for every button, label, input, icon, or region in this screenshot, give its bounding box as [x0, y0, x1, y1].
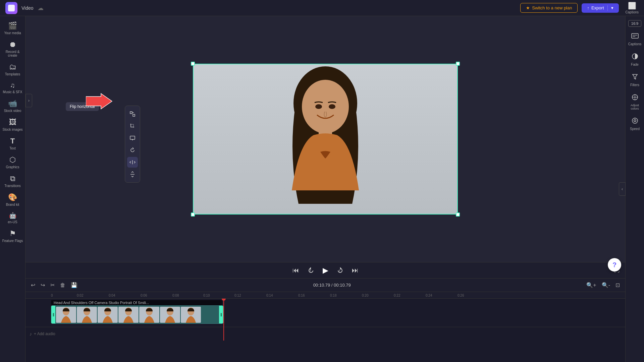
templates-icon: 🗂 [9, 63, 16, 71]
app-title: Video [21, 5, 34, 11]
speed-icon [631, 117, 639, 126]
add-audio-row[interactable]: ♪ + Add audio [25, 327, 625, 341]
right-captions-button[interactable]: Captions [626, 29, 644, 49]
video-preview [193, 64, 458, 215]
zoom-in-button[interactable]: 🔍+ [585, 281, 597, 290]
undo-button[interactable]: ↩ [30, 281, 37, 290]
adjust-colors-icon [631, 94, 639, 103]
sidebar-expand-button[interactable]: › [25, 94, 32, 107]
cut-button[interactable]: ✂ [49, 281, 56, 290]
right-filters-button[interactable]: Filters [626, 70, 644, 89]
captions-icon [631, 32, 639, 41]
fit-button[interactable]: ⊡ [614, 281, 621, 290]
app-logo [5, 2, 17, 14]
handle-bottom-right[interactable] [456, 213, 460, 217]
sidebar-item-brand-kit[interactable]: 🎨 Brand kit [0, 190, 25, 209]
right-adjust-colors-button[interactable]: Adjust colors [626, 91, 644, 113]
thumb-4 [118, 307, 139, 323]
sidebar-item-stock-images[interactable]: 🖼 Stock images [0, 115, 25, 134]
timeline-toolbar: ↩ ↪ ✂ 🗑 💾 00:10.79 / 00:10.79 🔍+ 🔍- ⊡ [25, 279, 625, 292]
main-layout: 🎬 Your media ⏺ Record &create 🗂 Template… [0, 16, 644, 362]
redo-button[interactable]: ↪ [39, 281, 46, 290]
sidebar-item-text[interactable]: T Text [0, 134, 25, 153]
delete-button[interactable]: 🗑 [59, 281, 67, 290]
filters-icon [631, 73, 639, 82]
upload-icon: ↑ [587, 5, 589, 10]
thumb-2 [77, 307, 97, 323]
help-button[interactable]: ? [608, 258, 621, 272]
sidebar-item-transitions[interactable]: ⧉ Transitions [0, 172, 25, 190]
svg-rect-28 [632, 34, 638, 38]
ruler-mark-14: 0:14 [266, 294, 273, 297]
ruler-mark-18: 0:18 [330, 294, 336, 297]
svg-point-10 [315, 104, 322, 109]
stock-images-icon: 🖼 [9, 118, 16, 127]
track-handle-left[interactable]: ‖ [51, 306, 55, 323]
text-icon: T [10, 137, 15, 145]
ruler-mark-12: 0:12 [234, 294, 241, 297]
sidebar-item-templates[interactable]: 🗂 Templates [0, 60, 25, 79]
flip-vertical-button[interactable] [127, 169, 138, 180]
handle-top-left[interactable] [191, 62, 195, 66]
sidebar-item-graphics[interactable]: ⬡ Graphics [0, 153, 25, 172]
play-button[interactable]: ▶ [323, 266, 328, 275]
playhead[interactable] [223, 299, 224, 341]
right-speed-button[interactable]: Speed [626, 114, 644, 133]
feature-flags-icon: ⚑ [9, 229, 16, 238]
aspect-ratio-badge[interactable]: 16:9 [628, 20, 641, 27]
svg-marker-6 [86, 94, 112, 109]
right-sidebar: 16:9 Captions Fade [625, 16, 644, 362]
crop-button[interactable] [127, 121, 138, 131]
rewind-button[interactable]: 5 [307, 267, 315, 274]
video-toolbar [125, 106, 140, 183]
captions-panel-button[interactable]: ⬜ Captions [626, 2, 639, 14]
cursor-arrow [86, 92, 113, 112]
sidebar-item-record-create[interactable]: ⏺ Record &create [0, 38, 25, 60]
sidebar-item-music-sfx[interactable]: ♫ Music & SFX [0, 79, 25, 97]
handle-top-right[interactable] [456, 62, 460, 66]
switch-plan-button[interactable]: ★ Switch to a new plan [520, 3, 578, 13]
resize-button[interactable] [127, 109, 138, 119]
add-audio-label: + Add audio [34, 331, 55, 336]
video-track-row: Head And Shoulders Off Camera Studio Por… [25, 299, 625, 327]
timeline-content: 0 0:02 0:04 0:06 0:08 0:10 0:12 0:14 0:1… [25, 292, 625, 362]
handle-bottom-left[interactable] [191, 213, 195, 217]
thumb-7 [181, 307, 201, 323]
right-collapse-button[interactable]: ‹ [619, 182, 626, 196]
ruler-mark-16: 0:16 [298, 294, 305, 297]
video-track[interactable]: ‖ [51, 305, 223, 324]
ruler-mark-6: 0:06 [141, 294, 147, 297]
export-button[interactable]: ↑ Export ▾ [582, 3, 619, 13]
svg-point-36 [634, 120, 636, 122]
skip-to-end-button[interactable]: ⏭ [352, 266, 359, 274]
timeline-ruler: 0 0:02 0:04 0:06 0:08 0:10 0:12 0:14 0:1… [25, 292, 625, 299]
music-add-icon: ♪ [30, 331, 32, 337]
left-sidebar: 🎬 Your media ⏺ Record &create 🗂 Template… [0, 16, 25, 362]
ruler-mark-4: 0:04 [109, 294, 115, 297]
sidebar-item-en-us[interactable]: 🤖 en-US [0, 209, 25, 227]
fade-icon [631, 53, 639, 62]
flip-horizontal-button[interactable] [127, 157, 138, 168]
playback-controls: ⏮ 5 ▶ 5 ⏭ ⛶ [25, 262, 625, 278]
rotate-button[interactable] [127, 145, 138, 156]
sidebar-item-your-media[interactable]: 🎬 Your media [0, 19, 25, 38]
ruler-mark-22: 0:22 [394, 294, 400, 297]
zoom-out-button[interactable]: 🔍- [600, 281, 611, 290]
svg-rect-3 [130, 136, 135, 139]
forward-button[interactable]: 5 [336, 267, 344, 274]
center-area: Flip horizontal [25, 16, 625, 362]
zoom-controls: 🔍+ 🔍- ⊡ [585, 281, 621, 290]
sidebar-item-feature-flags[interactable]: ⚑ Feature Flags [0, 227, 25, 245]
stock-video-icon: 📹 [8, 99, 17, 108]
svg-rect-1 [133, 114, 135, 116]
skip-to-start-button[interactable]: ⏮ [292, 266, 299, 274]
right-fade-button[interactable]: Fade [626, 50, 644, 69]
track-handle-right[interactable]: ‖ [219, 306, 223, 323]
save-button[interactable]: 💾 [69, 281, 79, 290]
ruler-mark-10: 0:10 [203, 294, 210, 297]
language-icon: 🤖 [9, 212, 16, 219]
screen-button[interactable] [127, 133, 138, 143]
chevron-down-icon: ▾ [611, 5, 613, 10]
sidebar-item-stock-video[interactable]: 📹 Stock video [0, 97, 25, 115]
record-icon: ⏺ [9, 40, 16, 49]
